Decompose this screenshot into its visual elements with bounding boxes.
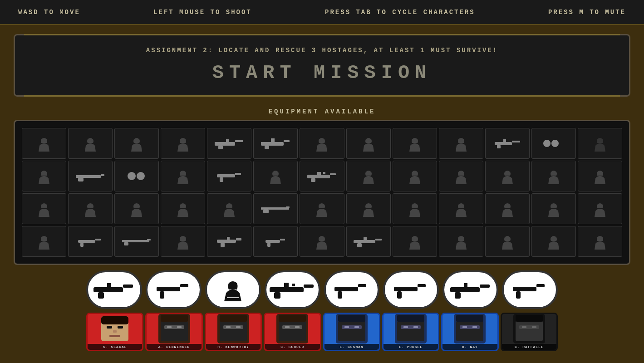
svg-rect-105	[338, 321, 365, 341]
equip-cell-2-4[interactable]	[161, 161, 205, 191]
svg-rect-51	[98, 292, 104, 299]
equip-cell-4-8[interactable]	[346, 226, 391, 257]
equip-cell-4-12[interactable]	[531, 226, 576, 257]
start-mission-button[interactable]: START MISSION	[33, 62, 611, 84]
svg-rect-80	[113, 330, 117, 333]
equip-cell-4-1[interactable]	[22, 226, 66, 257]
character-seagal-name: S. SEAGAL	[88, 344, 142, 350]
equip-cell-3-8[interactable]	[346, 193, 391, 224]
equipped-character-icon[interactable]	[205, 270, 261, 309]
svg-rect-3	[226, 139, 229, 142]
equip-cell-3-10[interactable]	[439, 193, 483, 224]
svg-rect-73	[536, 284, 545, 287]
equipped-weapon-6[interactable]	[442, 270, 498, 309]
svg-rect-46	[375, 239, 382, 240]
equipped-weapon-4[interactable]	[324, 270, 380, 309]
equip-cell-3-2[interactable]	[68, 193, 113, 224]
character-raffaele[interactable]: C. RAFFAELE	[501, 313, 558, 351]
svg-rect-45	[354, 240, 375, 243]
equip-cell-3-5[interactable]	[207, 193, 251, 224]
equip-cell-4-7[interactable]	[300, 226, 344, 257]
equip-cell-1-1[interactable]	[22, 128, 66, 159]
character-nay-name: H. NAY	[442, 344, 497, 350]
equip-cell-2-12[interactable]	[531, 161, 576, 191]
equip-cell-1-13[interactable]	[578, 128, 622, 159]
svg-point-19	[128, 172, 136, 180]
character-gusman[interactable]: E. GUSMAN	[323, 313, 380, 351]
equip-cell-1-7[interactable]	[300, 128, 344, 159]
svg-rect-36	[124, 242, 128, 245]
equip-cell-3-3[interactable]	[114, 193, 159, 224]
equip-cell-4-2[interactable]	[68, 226, 113, 257]
character-renninger[interactable]: A. RENNINGER	[145, 313, 202, 351]
character-gusman-face	[324, 314, 379, 343]
equip-cell-2-9[interactable]	[393, 161, 437, 191]
svg-rect-31	[286, 206, 290, 208]
svg-rect-72	[513, 287, 536, 291]
equipped-weapon-7[interactable]	[502, 270, 558, 309]
equip-cell-3-4[interactable]	[161, 193, 205, 224]
equipped-weapon-3[interactable]	[265, 270, 320, 309]
equip-cell-1-8[interactable]	[346, 128, 391, 159]
equip-cell-4-10[interactable]	[439, 226, 483, 257]
character-pursel[interactable]: E. PURSEL	[382, 313, 439, 351]
equip-cell-1-4[interactable]	[161, 128, 205, 159]
equip-cell-2-2[interactable]	[68, 161, 113, 191]
equip-cell-4-9[interactable]	[393, 226, 437, 257]
equip-cell-2-6[interactable]	[253, 161, 298, 191]
equip-cell-3-13[interactable]	[578, 193, 622, 224]
svg-rect-61	[292, 284, 295, 286]
equip-cell-4-5[interactable]	[207, 226, 251, 257]
equip-cell-2-1[interactable]	[22, 161, 66, 191]
equip-cell-2-13[interactable]	[578, 161, 622, 191]
svg-rect-44	[267, 243, 270, 247]
equip-cell-4-4[interactable]	[161, 226, 205, 257]
character-schuld[interactable]: C. SCHULD	[264, 313, 321, 351]
equip-cell-1-12[interactable]	[531, 128, 576, 159]
equip-cell-2-3[interactable]	[114, 161, 159, 191]
equip-cell-3-6[interactable]	[253, 193, 298, 224]
equipment-panel	[14, 120, 630, 265]
equip-cell-3-12[interactable]	[531, 193, 576, 224]
svg-rect-24	[307, 175, 330, 178]
svg-rect-78	[107, 326, 112, 329]
equipped-weapon-2[interactable]	[146, 270, 202, 309]
svg-rect-109	[338, 315, 365, 322]
equip-cell-2-8[interactable]	[346, 161, 391, 191]
equipped-weapon-5[interactable]	[383, 270, 439, 309]
svg-rect-114	[403, 326, 408, 328]
equip-cell-4-3[interactable]	[114, 226, 159, 257]
equip-cell-3-11[interactable]	[485, 193, 530, 224]
equip-cell-3-7[interactable]	[300, 193, 344, 224]
character-nay[interactable]: H. NAY	[441, 313, 498, 351]
character-kenworthy-name: H. KENWORTHY	[206, 344, 261, 350]
equip-cell-2-5[interactable]	[207, 161, 251, 191]
equip-cell-1-6[interactable]	[253, 128, 298, 159]
equip-cell-4-6[interactable]	[253, 226, 298, 257]
character-kenworthy[interactable]: H. KENWORTHY	[205, 313, 262, 351]
svg-rect-95	[220, 315, 247, 322]
equip-cell-2-10[interactable]	[439, 161, 483, 191]
equip-cell-3-9[interactable]	[393, 193, 437, 224]
equip-cell-1-5[interactable]	[207, 128, 251, 159]
equip-cell-1-11[interactable]	[485, 128, 530, 159]
characters-row: S. SEAGAL A. RENNINGER	[14, 313, 630, 351]
equip-cell-1-10[interactable]	[439, 128, 483, 159]
svg-rect-47	[357, 243, 362, 247]
equip-cell-2-11[interactable]	[485, 161, 530, 191]
svg-rect-43	[280, 239, 285, 240]
equip-cell-1-2[interactable]	[68, 128, 113, 159]
equip-cell-3-1[interactable]	[22, 193, 66, 224]
character-renninger-name: A. RENNINGER	[147, 344, 201, 350]
equip-cell-1-3[interactable]	[114, 128, 159, 159]
equip-cell-2-7[interactable]	[300, 161, 344, 191]
equip-cell-4-11[interactable]	[485, 226, 530, 257]
hint-shoot: LEFT MOUSE TO SHOOT	[153, 9, 252, 16]
equip-cell-1-9[interactable]	[393, 128, 437, 159]
character-seagal[interactable]: S. SEAGAL	[86, 313, 143, 351]
equip-cell-4-13[interactable]	[578, 226, 622, 257]
equipped-weapon-1[interactable]	[86, 270, 142, 309]
svg-rect-108	[354, 326, 359, 328]
svg-rect-130	[516, 315, 543, 322]
svg-rect-59	[274, 292, 280, 299]
